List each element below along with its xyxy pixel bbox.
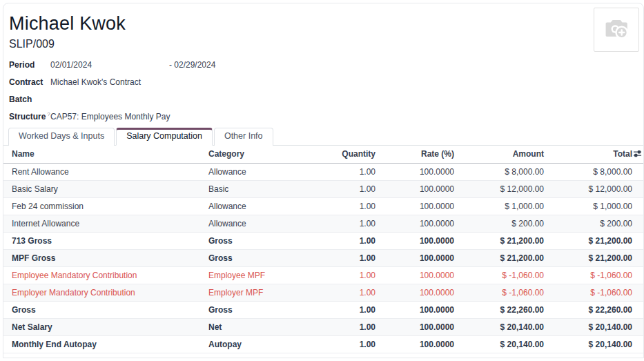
cell-quantity[interactable]: 1.00	[315, 318, 380, 335]
cell-category[interactable]: Basic	[200, 180, 315, 197]
cell-total[interactable]: $ 1,000.00	[548, 197, 644, 215]
cell-rate[interactable]: 100.0000	[380, 232, 458, 249]
table-row[interactable]: MPF Gross Gross 1.00 100.0000 $ 21,200.0…	[3, 249, 644, 266]
cell-category[interactable]: Autopay	[200, 335, 315, 353]
sliders-icon[interactable]	[633, 149, 642, 158]
cell-name[interactable]: MPF Gross	[3, 249, 200, 266]
period-from-input[interactable]: 02/01/2024	[50, 60, 169, 70]
table-body: Rent Allowance Allowance 1.00 100.0000 $…	[3, 163, 644, 353]
cell-rate[interactable]: 100.0000	[380, 197, 458, 215]
cell-total[interactable]: $ 20,140.00	[548, 318, 644, 335]
cell-total[interactable]: $ 20,140.00	[548, 335, 644, 353]
cell-name[interactable]: Internet Allowance	[3, 215, 200, 232]
table-row[interactable]: Net Salary Net 1.00 100.0000 $ 20,140.00…	[3, 318, 644, 335]
cell-amount[interactable]: $ 21,200.00	[458, 232, 548, 249]
period-to-input[interactable]: - 02/29/2024	[169, 60, 215, 70]
cell-quantity[interactable]: 1.00	[315, 180, 380, 197]
table-row[interactable]: Gross Gross 1.00 100.0000 $ 22,260.00 $ …	[3, 301, 644, 318]
column-header-name[interactable]: Name	[3, 146, 200, 163]
cell-quantity[interactable]: 1.00	[315, 197, 380, 215]
cell-quantity[interactable]: 1.00	[315, 301, 380, 318]
page-title: Michael Kwok	[9, 12, 638, 35]
cell-quantity[interactable]: 1.00	[315, 335, 380, 353]
cell-rate[interactable]: 100.0000	[380, 284, 458, 301]
cell-quantity[interactable]: 1.00	[315, 163, 380, 180]
cell-name[interactable]: Basic Salary	[3, 180, 200, 197]
cell-name[interactable]: Employee Mandatory Contribution	[3, 266, 200, 284]
cell-name[interactable]: Employer Mandatory Contribution	[3, 284, 200, 301]
table-row[interactable]: 713 Gross Gross 1.00 100.0000 $ 21,200.0…	[3, 232, 644, 249]
contract-input[interactable]: Michael Kwok's Contract	[50, 77, 141, 87]
table-row[interactable]: Monthly End Autopay Autopay 1.00 100.000…	[3, 335, 644, 353]
tab-salary-computation[interactable]: Salary Computation	[116, 128, 213, 146]
cell-rate[interactable]: 100.0000	[380, 215, 458, 232]
cell-name[interactable]: Rent Allowance	[3, 163, 200, 180]
cell-quantity[interactable]: 1.00	[315, 232, 380, 249]
table-row[interactable]: Employer Mandatory Contribution Employer…	[3, 284, 644, 301]
cell-category[interactable]: Gross	[200, 232, 315, 249]
column-header-rate[interactable]: Rate (%)	[380, 146, 458, 163]
cell-quantity[interactable]: 1.00	[315, 215, 380, 232]
cell-rate[interactable]: 100.0000	[380, 266, 458, 284]
cell-total[interactable]: $ -1,060.00	[548, 284, 644, 301]
cell-name[interactable]: Monthly End Autopay	[3, 335, 200, 353]
cell-category[interactable]: Allowance	[200, 215, 315, 232]
cell-total[interactable]: $ -1,060.00	[548, 266, 644, 284]
table-row[interactable]: Rent Allowance Allowance 1.00 100.0000 $…	[3, 163, 644, 180]
cell-amount[interactable]: $ 20,140.00	[458, 318, 548, 335]
cell-total[interactable]: $ 21,200.00	[548, 249, 644, 266]
cell-total[interactable]: $ 12,000.00	[548, 180, 644, 197]
field-contract: Contract Michael Kwok's Contract	[9, 73, 638, 90]
salary-lines-table: Name Category Quantity Rate (%) Amount T…	[3, 146, 644, 353]
cell-quantity[interactable]: 1.00	[315, 266, 380, 284]
cell-rate[interactable]: 100.0000	[380, 301, 458, 318]
cell-amount[interactable]: $ 12,000.00	[458, 180, 548, 197]
cell-name[interactable]: 713 Gross	[3, 232, 200, 249]
employee-photo-upload[interactable]	[594, 8, 639, 52]
cell-name[interactable]: Net Salary	[3, 318, 200, 335]
cell-rate[interactable]: 100.0000	[380, 180, 458, 197]
cell-amount[interactable]: $ 1,000.00	[458, 197, 548, 215]
column-header-total[interactable]: Total	[548, 146, 644, 163]
structure-input[interactable]: CAP57: Employees Monthly Pay	[50, 112, 170, 121]
field-batch: Batch	[9, 90, 638, 108]
cell-amount[interactable]: $ 20,140.00	[458, 335, 548, 353]
table-row[interactable]: Feb 24 commission Allowance 1.00 100.000…	[3, 197, 644, 215]
tab-other-info[interactable]: Other Info	[214, 128, 273, 146]
cell-name[interactable]: Feb 24 commission	[3, 197, 200, 215]
column-header-quantity[interactable]: Quantity	[315, 146, 380, 163]
cell-amount[interactable]: $ -1,060.00	[458, 284, 548, 301]
cell-rate[interactable]: 100.0000	[380, 163, 458, 180]
cell-rate[interactable]: 100.0000	[380, 249, 458, 266]
column-header-category[interactable]: Category	[200, 146, 315, 163]
cell-total[interactable]: $ 200.00	[548, 215, 644, 232]
cell-category[interactable]: Gross	[200, 249, 315, 266]
column-header-amount[interactable]: Amount	[458, 146, 548, 163]
cell-amount[interactable]: $ 8,000.00	[458, 163, 548, 180]
batch-label: Batch	[9, 95, 50, 104]
cell-category[interactable]: Allowance	[200, 163, 315, 180]
cell-quantity[interactable]: 1.00	[315, 249, 380, 266]
cell-amount[interactable]: $ 21,200.00	[458, 249, 548, 266]
field-structure: Structure? CAP57: Employees Monthly Pay	[9, 108, 638, 125]
cell-total[interactable]: $ 21,200.00	[548, 232, 644, 249]
cell-quantity[interactable]: 1.00	[315, 284, 380, 301]
cell-total[interactable]: $ 8,000.00	[548, 163, 644, 180]
cell-category[interactable]: Net	[200, 318, 315, 335]
table-row[interactable]: Employee Mandatory Contribution Employee…	[3, 266, 644, 284]
tab-worked-days-inputs[interactable]: Worked Days & Inputs	[8, 128, 115, 146]
cell-name[interactable]: Gross	[3, 301, 200, 318]
cell-category[interactable]: Gross	[200, 301, 315, 318]
cell-rate[interactable]: 100.0000	[380, 318, 458, 335]
cell-amount[interactable]: $ 200.00	[458, 215, 548, 232]
cell-amount[interactable]: $ -1,060.00	[458, 266, 548, 284]
cell-rate[interactable]: 100.0000	[380, 335, 458, 353]
cell-category[interactable]: Allowance	[200, 197, 315, 215]
cell-category[interactable]: Employer MPF	[200, 284, 315, 301]
table-row[interactable]: Basic Salary Basic 1.00 100.0000 $ 12,00…	[3, 180, 644, 197]
table-header-row: Name Category Quantity Rate (%) Amount T…	[3, 146, 644, 163]
cell-category[interactable]: Employee MPF	[200, 266, 315, 284]
cell-amount[interactable]: $ 22,260.00	[458, 301, 548, 318]
cell-total[interactable]: $ 22,260.00	[548, 301, 644, 318]
table-row[interactable]: Internet Allowance Allowance 1.00 100.00…	[3, 215, 644, 232]
